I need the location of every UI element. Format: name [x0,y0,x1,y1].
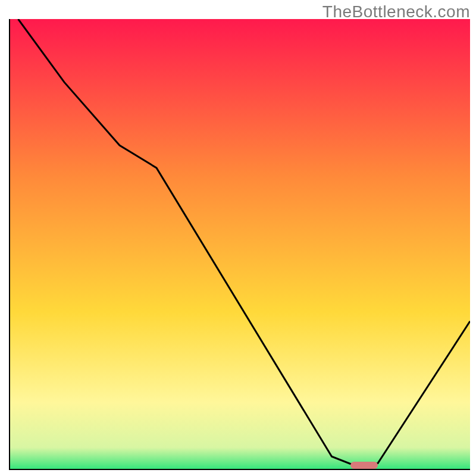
plot-area [9,19,470,470]
bottleneck-curve [18,19,471,465]
chart-container: TheBottleneck.com [0,0,476,476]
watermark-text: TheBottleneck.com [322,2,470,21]
curve-layer [9,19,470,470]
optimum-marker [350,462,378,469]
